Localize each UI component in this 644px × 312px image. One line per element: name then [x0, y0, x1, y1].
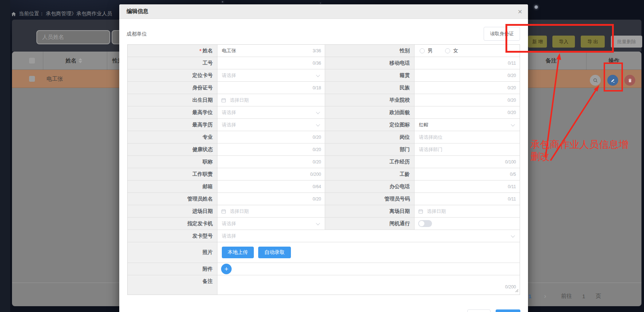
- field-attachment-label: 附件: [128, 263, 217, 275]
- field-politics-input[interactable]: 0/20: [415, 106, 520, 118]
- field-locator-icon-input[interactable]: 红帽: [415, 119, 520, 131]
- field-locator-icon-label: 定位图标: [325, 119, 415, 131]
- field-health-input[interactable]: 0/20: [217, 143, 325, 155]
- form-row-remark: 备注0/200: [128, 275, 520, 295]
- field-birth-date-label: 出生日期: [128, 94, 217, 106]
- field-major-input[interactable]: 0/20: [217, 131, 325, 143]
- field-gate-pass-input[interactable]: [415, 218, 520, 230]
- field-card-model-input[interactable]: 请选择: [217, 230, 520, 242]
- field-education-input[interactable]: 请选择: [217, 119, 325, 131]
- radio-option-1[interactable]: 女: [445, 48, 458, 54]
- row-checkbox[interactable]: [29, 76, 35, 82]
- column-header-name[interactable]: 姓名: [48, 52, 99, 70]
- field-gender-input[interactable]: 男女: [415, 45, 520, 57]
- cancel-button[interactable]: [467, 309, 491, 312]
- form-row-education: 最高学历请选择定位图标红帽: [128, 119, 520, 131]
- field-email-input[interactable]: 0/64: [217, 181, 325, 193]
- batch-delete-button[interactable]: 批量删除: [611, 36, 642, 48]
- view-button[interactable]: [590, 75, 601, 86]
- row-name-cell: 电工张: [47, 70, 63, 88]
- calendar-icon: [221, 209, 226, 214]
- auto-capture-button[interactable]: 自动录取: [258, 247, 291, 258]
- radio-icon[interactable]: [420, 48, 425, 53]
- chevron-down-icon: [511, 122, 515, 126]
- required-star: *: [200, 48, 201, 54]
- modal-header: 编辑信息 ✕: [119, 4, 528, 19]
- field-issuer-placeholder: 请选择: [217, 220, 236, 227]
- field-name-value: 电工张: [217, 48, 236, 54]
- calendar-icon: [221, 98, 226, 103]
- field-school-label: 毕业院校: [325, 94, 415, 106]
- pagination-goto-input[interactable]: 1: [582, 292, 585, 300]
- field-entry-date-input[interactable]: 选择日期: [217, 205, 325, 217]
- field-id-number-input[interactable]: 0/18: [217, 82, 325, 94]
- annotation-note-line1: 承包商作业人员信息增: [530, 139, 639, 151]
- resize-handle[interactable]: [515, 287, 519, 294]
- field-birth-date-input[interactable]: 选择日期: [217, 94, 325, 106]
- field-duties-counter: 0/200: [310, 172, 325, 177]
- pagination-page-1[interactable]: 1: [528, 292, 531, 300]
- field-native-place-input[interactable]: 0/20: [415, 69, 520, 81]
- star-dot: [320, 3, 321, 4]
- select-all-checkbox[interactable]: [29, 58, 35, 64]
- form-row-admin-name: 管理员姓名0/20管理员号码0/11: [128, 193, 520, 205]
- field-mobile-input[interactable]: 0/11: [415, 57, 520, 69]
- sort-caret-icon[interactable]: [79, 58, 82, 63]
- field-post-placeholder: 请选择岗位: [415, 134, 443, 141]
- field-work-exp-label: 工作经历: [325, 156, 415, 168]
- field-issuer-label: 指定发卡机: [128, 218, 217, 230]
- form-row-email: 邮箱0/64办公电话0/11: [128, 181, 520, 193]
- field-photo-input[interactable]: 本地上传自动录取: [217, 242, 520, 263]
- search-input[interactable]: 人员姓名: [36, 30, 110, 44]
- field-card-model-label: 发卡型号: [128, 230, 217, 242]
- field-work-exp-input[interactable]: 0/100: [415, 156, 520, 168]
- field-admin-name-input[interactable]: 0/20: [217, 193, 325, 205]
- field-ethnicity-input[interactable]: 0/20: [415, 82, 520, 94]
- field-work-years-input[interactable]: 0/5: [415, 168, 520, 180]
- field-remark-input[interactable]: 0/200: [217, 275, 520, 295]
- field-name-input[interactable]: 电工张3/36: [217, 45, 325, 57]
- toggle-knob: [419, 221, 424, 226]
- field-ethnicity-counter: 0/20: [508, 85, 520, 90]
- pagination-next-icon[interactable]: ›: [544, 292, 546, 300]
- field-employee-no-input[interactable]: 0/36: [217, 57, 325, 69]
- confirm-button[interactable]: [496, 309, 520, 312]
- annotation-note: 承包商作业人员信息增 删改: [530, 139, 639, 163]
- field-school-input[interactable]: 0/20: [415, 94, 520, 106]
- field-work-exp-counter: 0/100: [505, 159, 520, 165]
- field-attachment-input[interactable]: +: [217, 263, 520, 275]
- field-degree-input[interactable]: 请选择: [217, 106, 325, 118]
- calendar-icon: [221, 98, 226, 103]
- radio-icon[interactable]: [445, 48, 450, 53]
- field-locator-card-input[interactable]: 请选择: [217, 69, 325, 81]
- chevron-down-icon: [316, 73, 320, 77]
- form-row-card-model: 发卡型号请选择: [128, 230, 520, 242]
- field-issuer-input[interactable]: 请选择: [217, 218, 325, 230]
- delete-button[interactable]: [624, 75, 635, 86]
- field-admin-no-input[interactable]: 0/11: [415, 193, 520, 205]
- form-row-locator-card: 定位卡号请选择籍贯0/20: [128, 69, 520, 82]
- local-upload-button[interactable]: 本地上传: [222, 247, 254, 258]
- field-post-input[interactable]: 请选择岗位: [415, 131, 520, 143]
- field-ethnicity-label: 民族: [325, 82, 415, 94]
- left-edge-strip: [0, 0, 10, 312]
- field-gate-pass-label: 闸机通行: [325, 218, 415, 230]
- field-duties-input[interactable]: 0/200: [217, 168, 325, 180]
- field-title-input[interactable]: 0/20: [217, 156, 325, 168]
- form-row-health: 健康状态0/20部门请选择部门: [128, 143, 520, 156]
- form-row-issuer: 指定发卡机请选择闸机通行: [128, 218, 520, 230]
- field-gate-pass-toggle[interactable]: [418, 220, 432, 227]
- field-department-input[interactable]: 请选择部门: [415, 143, 520, 155]
- radio-option-0[interactable]: 男: [420, 48, 433, 54]
- field-health-label: 健康状态: [128, 143, 217, 155]
- field-work-years-counter: 0/5: [510, 172, 520, 177]
- field-major-label: 专业: [128, 131, 217, 143]
- field-leave-date-input[interactable]: 选择日期: [415, 205, 520, 217]
- field-admin-name-counter: 0/20: [313, 196, 325, 202]
- field-degree-label: 最高学位: [128, 106, 217, 118]
- star-dot: [222, 1, 223, 3]
- close-icon[interactable]: ✕: [516, 8, 524, 15]
- add-attachment-button[interactable]: +: [221, 264, 232, 274]
- field-employee-no-counter: 0/36: [313, 61, 325, 66]
- field-office-phone-input[interactable]: 0/11: [415, 181, 520, 193]
